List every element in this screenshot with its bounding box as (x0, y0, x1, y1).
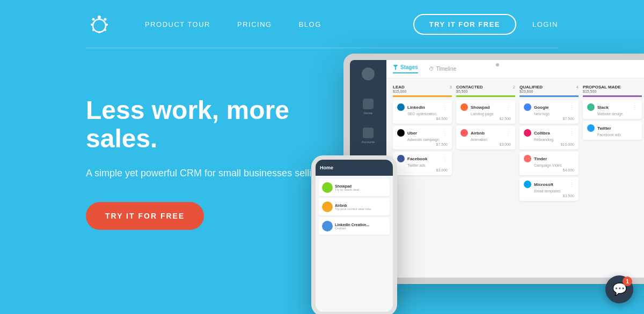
crm-card-amount: $10,000 (524, 143, 574, 146)
phone-header-title: Home (320, 165, 333, 170)
crm-card-name: Slack (597, 105, 630, 110)
crm-card-menu[interactable]: ⋮ (569, 104, 574, 110)
phone-avatar (322, 201, 333, 212)
crm-card-desc: Animation (471, 138, 511, 141)
nav-login-link[interactable]: LOGIN (532, 20, 558, 28)
phone-header: Home (316, 160, 393, 176)
crm-card: Uber ⋮ Adwords campaign $7,500 (393, 126, 452, 149)
crm-card: Google ⋮ New logo $7,500 (519, 100, 579, 124)
crm-card-name: Showpad (471, 105, 503, 110)
crm-col-contacted: Contacted $5,500 2 Showpad ⋮ (454, 83, 517, 267)
nav-product-tour[interactable]: PRODUCT TOUR (145, 20, 210, 28)
crm-card-name: LinkedIn (407, 105, 440, 110)
crm-card: Collibra ⋮ Rebranding $10,000 (519, 126, 579, 149)
crm-col-contacted-count: 2 (513, 85, 515, 89)
hero-cta-button[interactable]: TRY IT FOR FREE (86, 202, 204, 230)
crm-col-proposal-amount: $15,500 (583, 89, 621, 93)
crm-card-name: Airbnb (471, 131, 503, 136)
phone-card-name: Showpad (335, 184, 362, 188)
phone-mockup: Home Showpad Try to reach deal... (311, 155, 397, 314)
svg-point-7 (92, 29, 94, 31)
crm-card-desc: New logo (534, 112, 574, 116)
crm-card-menu[interactable]: ⋮ (569, 130, 574, 136)
phone-card-name: Airbnb (335, 204, 371, 207)
crm-card-amount: $7,500 (397, 143, 448, 146)
crm-card: Slack ⋮ Website design (583, 100, 642, 119)
crm-card-desc: Website design (597, 112, 638, 116)
hero-title: Less work, more sales. (86, 96, 354, 153)
crm-card-desc: Rebranding (534, 138, 574, 141)
crm-col-lead: Lead $15,000 3 LinkedIn ⋮ (391, 83, 454, 267)
crm-card-menu[interactable]: ⋮ (506, 130, 511, 136)
crm-tab-timeline[interactable]: ⏱ Timeline (429, 66, 456, 72)
crm-card-menu[interactable]: ⋮ (442, 130, 448, 136)
crm-card: LinkedIn ⋮ SEO optimization $4,500 (393, 100, 452, 124)
phone-card-name: LinkedIn Creative... (335, 223, 369, 227)
crm-col-lead-title: Lead (393, 85, 406, 89)
phone-screen: Home Showpad Try to reach deal... (316, 160, 393, 312)
phone-card: Showpad Try to reach deal... (319, 179, 390, 196)
crm-col-lead-amount: $15,000 (393, 89, 406, 93)
svg-point-3 (92, 18, 95, 21)
crm-card-amount: $7,500 (524, 117, 574, 121)
crm-card-amount: $3,000 (460, 143, 511, 146)
svg-point-0 (93, 19, 106, 32)
devices-container: Home Accounts Contacts Opport... (290, 38, 644, 314)
crm-main: Stages ⏱ Timeline (386, 60, 644, 278)
phone-content: Showpad Try to reach deal... Airbnb Try (316, 176, 393, 240)
crm-card: Airbnb ⋮ Animation $3,000 (456, 126, 515, 149)
phone-avatar (322, 182, 333, 193)
crm-card-menu[interactable]: ⋮ (506, 104, 511, 110)
crm-tab-stages[interactable]: Stages (393, 64, 418, 73)
nav-blog[interactable]: BLOG (299, 20, 321, 28)
crm-card: Twitter Facebook ads (583, 121, 642, 140)
crm-card-amount: $4,600 (524, 168, 574, 172)
crm-card-menu[interactable]: ⋮ (442, 156, 448, 162)
svg-point-5 (91, 24, 93, 26)
crm-card-amount: $4,500 (397, 117, 448, 121)
crm-card: Showpad ⋮ Landing page $2,500 (456, 100, 515, 124)
nav-links: PRODUCT TOUR PRICING BLOG (145, 20, 413, 28)
crm-card-desc: SEO optimization (407, 112, 448, 116)
crm-card-desc: Twitter ads (407, 163, 448, 167)
logo (86, 11, 113, 38)
crm-card-desc: Landing page (471, 112, 511, 116)
crm-col-proposal: Proposal made $15,500 Slack ⋮ (581, 83, 644, 267)
nav-try-free-button[interactable]: TRY IT FOR FREE (413, 14, 516, 35)
crm-card: Facebook ⋮ Twitter ads $3,000 (393, 152, 452, 175)
crm-col-qualified: Qualified $23,600 4 Google ⋮ (517, 83, 581, 267)
crm-card-name: Collibra (534, 131, 566, 136)
crm-col-contacted-amount: $5,500 (456, 89, 483, 93)
crm-card-name: Facebook (407, 156, 440, 161)
phone-avatar (322, 221, 333, 231)
svg-point-1 (98, 16, 101, 19)
crm-card-amount: $3,000 (397, 168, 448, 172)
crm-card: Tinder Campaign Video $4,600 (519, 152, 579, 175)
chat-badge: 1 (623, 276, 632, 286)
crm-card-desc: Campaign Video (534, 163, 574, 167)
crm-card-desc: Adwords campaign (407, 138, 448, 141)
crm-col-contacted-title: Contacted (456, 85, 483, 89)
svg-point-6 (104, 29, 106, 31)
crm-card-amount: $3,500 (524, 194, 574, 198)
crm-card-desc: Facebook ads (597, 133, 638, 137)
crm-col-lead-count: 3 (450, 85, 452, 89)
chat-bubble[interactable]: 💬 1 (605, 275, 633, 303)
crm-card-name: Uber (407, 131, 440, 136)
crm-logo-icon (362, 68, 375, 80)
phone-card-sub: Try your correct deal now (335, 207, 371, 211)
crm-card-menu[interactable]: ⋮ (632, 104, 638, 110)
crm-col-qualified-count: 4 (576, 85, 579, 89)
crm-col-qualified-title: Qualified (519, 85, 543, 89)
hero-section: Less work, more sales. A simple yet powe… (0, 48, 644, 230)
phone-card-sub: Try to reach deal... (335, 188, 362, 191)
crm-col-contacted-header: Contacted $5,500 2 (456, 83, 515, 97)
nav-pricing[interactable]: PRICING (237, 20, 272, 28)
crm-card-name: Google (534, 105, 566, 110)
crm-card-name: Twitter (597, 126, 638, 131)
svg-point-2 (104, 18, 107, 21)
crm-accounts-icon: Accounts (362, 128, 375, 144)
phone-card: Airbnb Try your correct deal now (319, 198, 390, 215)
crm-card-menu[interactable]: ⋮ (442, 104, 448, 110)
crm-card-menu[interactable]: ⋮ (569, 182, 574, 188)
